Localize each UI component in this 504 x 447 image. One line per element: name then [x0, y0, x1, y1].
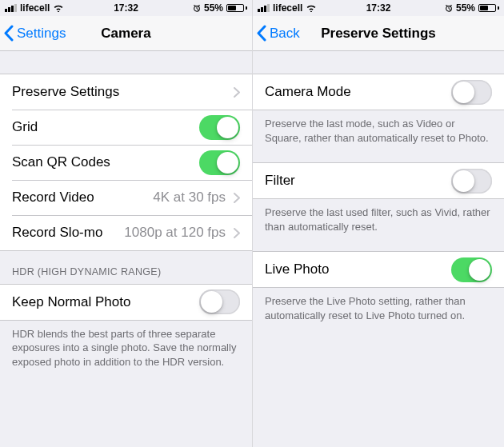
chevron-left-icon	[256, 25, 266, 42]
camera-mode-footer: Preserve the last mode, such as Video or…	[253, 110, 504, 151]
battery-icon	[478, 4, 499, 12]
row-label: Scan QR Codes	[12, 154, 110, 170]
carrier-name: lifecell	[273, 2, 302, 14]
row-label: Record Slo-mo	[12, 225, 102, 241]
status-bar: lifecell 17:32 55%	[253, 0, 504, 16]
left-pane: lifecell 17:32 55% Settings Camera	[0, 0, 252, 447]
signal-icon	[5, 4, 17, 12]
wifi-icon	[53, 4, 64, 12]
row-live-photo: Live Photo	[253, 252, 504, 287]
nav-title: Preserve Settings	[321, 26, 436, 42]
right-pane: lifecell 17:32 55% Back Preserve Setting…	[252, 0, 504, 447]
filter-toggle[interactable]	[451, 169, 492, 194]
hdr-header: HDR (HIGH DYNAMIC RANGE)	[0, 251, 252, 284]
row-camera-mode: Camera Mode	[253, 74, 504, 110]
live-photo-footer: Preserve the Live Photo setting, rather …	[253, 288, 504, 329]
back-button[interactable]: Back	[253, 25, 300, 42]
keep-normal-photo-toggle[interactable]	[199, 289, 240, 314]
grid-toggle[interactable]	[199, 115, 240, 140]
battery-percent: 55%	[204, 2, 223, 14]
row-record-slomo[interactable]: Record Slo-mo 1080p at 120 fps	[0, 215, 252, 250]
screenshot: lifecell 17:32 55% Settings Camera	[0, 0, 504, 447]
camera-mode-toggle[interactable]	[451, 80, 492, 105]
row-label: Camera Mode	[265, 84, 351, 100]
row-label: Record Video	[12, 190, 94, 206]
nav-bar: Settings Camera	[0, 16, 252, 51]
live-photo-toggle[interactable]	[451, 257, 492, 282]
camera-mode-group: Camera Mode	[253, 74, 504, 110]
chevron-right-icon	[234, 87, 240, 98]
row-value: 1080p at 120 fps	[124, 225, 230, 241]
row-record-video[interactable]: Record Video 4K at 30 fps	[0, 180, 252, 215]
back-label: Back	[270, 26, 300, 42]
carrier-name: lifecell	[20, 2, 50, 14]
row-label: Preserve Settings	[12, 84, 119, 100]
hdr-footer: HDR blends the best parts of three separ…	[0, 321, 252, 376]
battery-percent: 55%	[456, 2, 475, 14]
row-keep-normal-photo: Keep Normal Photo	[0, 285, 252, 320]
battery-icon	[226, 4, 247, 12]
chevron-right-icon	[234, 228, 240, 238]
row-label: Live Photo	[265, 261, 329, 277]
nav-bar: Back Preserve Settings	[253, 16, 504, 51]
status-time: 17:32	[114, 2, 138, 14]
status-time: 17:32	[366, 2, 391, 14]
row-label: Grid	[12, 119, 38, 135]
row-preserve-settings[interactable]: Preserve Settings	[0, 74, 252, 110]
row-label: Keep Normal Photo	[12, 294, 130, 310]
chevron-right-icon	[234, 193, 240, 203]
row-scan-qr: Scan QR Codes	[0, 145, 252, 180]
hdr-group: Keep Normal Photo	[0, 284, 252, 321]
status-bar: lifecell 17:32 55%	[0, 0, 252, 16]
row-filter: Filter	[253, 163, 504, 198]
row-value: 4K at 30 fps	[153, 190, 230, 206]
live-photo-group: Live Photo	[253, 251, 504, 288]
filter-footer: Preserve the last used filter, such as V…	[253, 199, 504, 240]
wifi-icon	[306, 4, 317, 12]
scan-qr-toggle[interactable]	[199, 150, 240, 175]
back-label: Settings	[17, 26, 66, 42]
alarm-icon	[193, 4, 201, 12]
chevron-left-icon	[3, 25, 14, 42]
signal-icon	[258, 4, 270, 12]
filter-group: Filter	[253, 162, 504, 199]
alarm-icon	[445, 4, 453, 12]
settings-group: Preserve Settings Grid Scan QR Codes Rec…	[0, 74, 252, 251]
back-button[interactable]: Settings	[0, 25, 66, 42]
row-label: Filter	[265, 173, 295, 189]
row-grid: Grid	[0, 110, 252, 145]
nav-title: Camera	[101, 26, 150, 42]
